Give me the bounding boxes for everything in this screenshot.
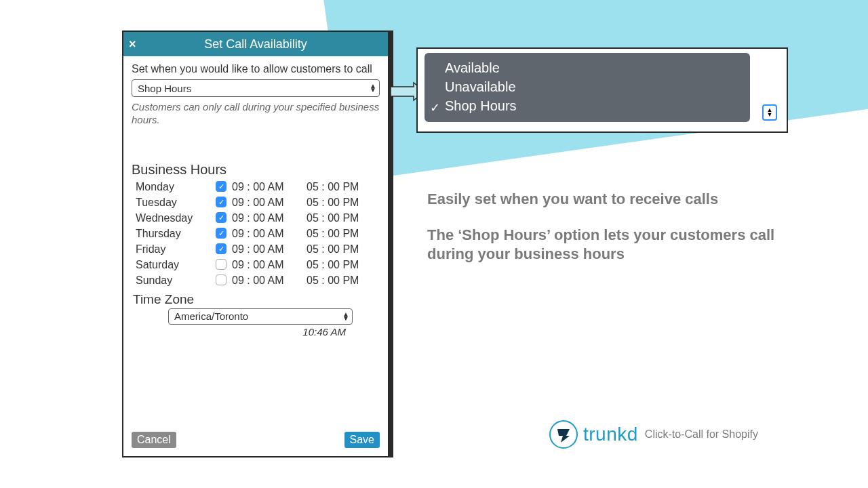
day-label: Friday	[136, 241, 210, 257]
select-caret-icon[interactable]: ▲▼	[762, 104, 777, 121]
availability-select[interactable]: Shop Hours ▲▼	[132, 79, 380, 97]
day-enabled-checkbox[interactable]	[216, 259, 226, 270]
brand-footer: trunkd Click-to-Call for Shopify	[549, 420, 758, 449]
end-time[interactable]: 05 : 00 PM	[307, 257, 374, 272]
dialog-title: Set Call Availability	[130, 37, 381, 52]
day-enabled-checkbox[interactable]: ✓	[216, 243, 226, 254]
day-label: Monday	[136, 179, 210, 195]
marketing-line-1: Easily set when you want to receive call…	[427, 190, 780, 209]
day-enabled-checkbox[interactable]: ✓	[216, 212, 226, 223]
brand-name: trunkd	[583, 424, 638, 445]
start-time[interactable]: 09 : 00 AM	[232, 210, 307, 226]
timezone-value: America/Toronto	[174, 310, 248, 322]
availability-dropdown-expanded: AvailableUnavailable✓Shop Hours ▲▼	[416, 47, 788, 133]
availability-option[interactable]: Unavailable	[445, 77, 738, 96]
availability-option[interactable]: ✓Shop Hours	[445, 96, 738, 115]
timezone-heading: Time Zone	[132, 292, 380, 307]
day-enabled-checkbox[interactable]: ✓	[216, 197, 226, 207]
day-enabled-checkbox[interactable]	[216, 274, 226, 285]
hours-row: Friday✓09 : 00 AM05 : 00 PM	[132, 241, 380, 257]
marketing-copy: Easily set when you want to receive call…	[427, 190, 780, 281]
hours-row: Tuesday✓09 : 00 AM05 : 00 PM	[132, 195, 380, 210]
business-hours-table: Monday✓09 : 00 AM05 : 00 PMTuesday✓09 : …	[132, 179, 380, 288]
end-time[interactable]: 05 : 00 PM	[307, 210, 374, 226]
start-time[interactable]: 09 : 00 AM	[232, 179, 307, 195]
updown-icon: ▲▼	[370, 84, 376, 92]
end-time[interactable]: 05 : 00 PM	[307, 241, 374, 257]
check-icon: ✓	[430, 98, 440, 117]
hours-row: Sunday09 : 00 AM05 : 00 PM	[132, 272, 380, 288]
end-time[interactable]: 05 : 00 PM	[307, 272, 374, 288]
day-label: Wednesday	[136, 210, 210, 226]
marketing-line-2: The ‘Shop Hours’ option lets your custom…	[427, 226, 780, 264]
end-time[interactable]: 05 : 00 PM	[307, 226, 374, 241]
save-button[interactable]: Save	[344, 432, 380, 448]
business-hours-heading: Business Hours	[132, 162, 380, 178]
day-label: Tuesday	[136, 195, 210, 210]
availability-option[interactable]: Available	[445, 58, 738, 77]
cancel-button[interactable]: Cancel	[132, 432, 176, 448]
timezone-select[interactable]: America/Toronto ▲▼	[168, 308, 353, 325]
brand-logo-icon	[549, 420, 578, 449]
instruction-text: Set when you would like to allow custome…	[132, 63, 380, 75]
day-enabled-checkbox[interactable]: ✓	[216, 181, 226, 192]
current-time: 10:46 AM	[132, 326, 380, 338]
start-time[interactable]: 09 : 00 AM	[232, 272, 307, 288]
start-time[interactable]: 09 : 00 AM	[232, 226, 307, 241]
hours-row: Thursday✓09 : 00 AM05 : 00 PM	[132, 226, 380, 241]
hours-row: Monday✓09 : 00 AM05 : 00 PM	[132, 179, 380, 195]
helper-text: Customers can only call during your spec…	[132, 101, 380, 127]
close-icon[interactable]: ×	[129, 37, 136, 52]
day-label: Sunday	[136, 272, 210, 288]
start-time[interactable]: 09 : 00 AM	[232, 241, 307, 257]
dialog-header: × Set Call Availability	[123, 32, 388, 56]
hours-row: Saturday09 : 00 AM05 : 00 PM	[132, 257, 380, 272]
updown-icon: ▲▼	[342, 312, 349, 321]
day-enabled-checkbox[interactable]: ✓	[216, 228, 226, 239]
day-label: Thursday	[136, 226, 210, 241]
end-time[interactable]: 05 : 00 PM	[307, 195, 374, 210]
availability-select-value: Shop Hours	[138, 83, 191, 94]
availability-menu: AvailableUnavailable✓Shop Hours	[425, 53, 750, 122]
start-time[interactable]: 09 : 00 AM	[232, 257, 307, 272]
start-time[interactable]: 09 : 00 AM	[232, 195, 307, 210]
set-call-availability-dialog: × Set Call Availability Set when you wou…	[122, 30, 393, 458]
end-time[interactable]: 05 : 00 PM	[307, 179, 374, 195]
day-label: Saturday	[136, 257, 210, 272]
brand-tagline: Click-to-Call for Shopify	[645, 428, 758, 441]
hours-row: Wednesday✓09 : 00 AM05 : 00 PM	[132, 210, 380, 226]
